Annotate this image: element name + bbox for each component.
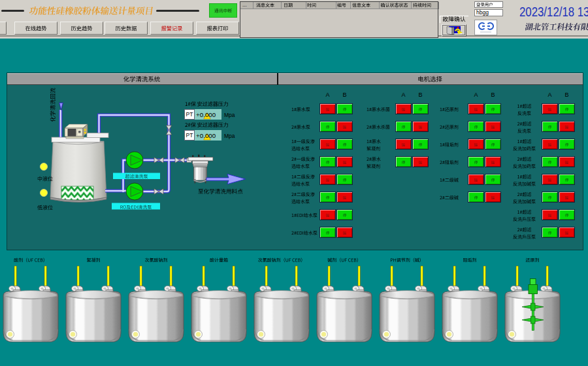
svg-text:+0.000: +0.000 <box>196 132 216 139</box>
svg-text:+0.000: +0.000 <box>196 111 216 118</box>
